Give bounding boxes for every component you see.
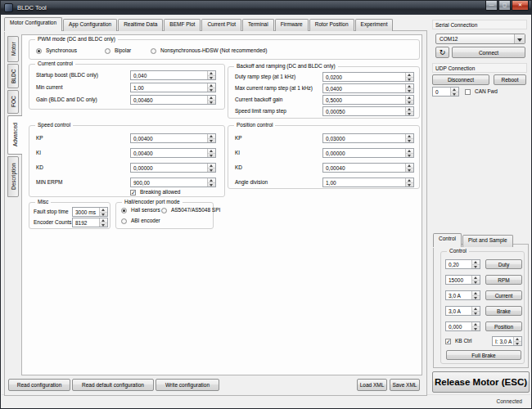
spinner-arrows[interactable] [471,276,480,284]
radio-icon[interactable] [105,48,110,54]
side-tab-advanced[interactable]: Advanced [7,115,22,155]
tab-firmware[interactable]: Firmware [275,19,309,31]
minimize-button[interactable]: — [485,1,498,11]
tab-rotor-position[interactable]: Rotor Position [309,19,354,31]
tab-experiment[interactable]: Experiment [355,19,394,31]
side-tab-foc[interactable]: FOC [7,90,19,114]
radio-hall-sensors[interactable]: Hall sensors [121,207,160,213]
side-tab-description[interactable]: Description [7,156,19,197]
current-backoff-gain-spinbox[interactable]: 0,5000 [322,95,414,105]
radio-icon[interactable] [161,208,167,213]
max-current-ramp-step-spinbox[interactable]: 0,0400 [322,83,414,93]
startup-boost-spinbox[interactable]: 0,040 [130,70,216,80]
spinner-arrows[interactable] [99,208,107,216]
checkbox-icon[interactable] [130,190,136,196]
spinner-arrows[interactable] [405,107,413,115]
position-spinbox[interactable]: 0,000 [445,321,480,331]
can-fwd-checkbox[interactable]: CAN Fwd [465,88,498,95]
position-kp-spinbox[interactable]: 0,03000 [322,133,414,143]
connect-button[interactable]: Connect [452,47,525,58]
speed-kp-spinbox[interactable]: 0,00400 [130,133,216,143]
tab-terminal[interactable]: Terminal [242,19,274,31]
kb-current-spinbox[interactable]: I: 3,0 A [492,336,522,346]
radio-icon[interactable] [151,48,156,54]
save-xml-button[interactable]: Save XML [390,379,420,391]
spinner-arrows[interactable] [405,96,413,104]
speed-ki-spinbox[interactable]: 0,00400 [130,148,216,158]
radio-icon[interactable] [36,48,42,54]
spinner-arrows[interactable] [471,307,480,315]
spinner-arrows[interactable] [405,178,413,187]
spinner-arrows[interactable] [207,134,215,142]
tab-plot-and-sample[interactable]: Plot and Sample [462,235,513,247]
read-configuration-button[interactable]: Read configuration [8,379,70,391]
fault-stop-time-spinbox[interactable]: 3000 ms [72,207,108,217]
reboot-button[interactable]: Reboot [494,74,526,85]
duty-button[interactable]: Duty [485,259,522,269]
radio-as5047-spi[interactable]: AS5047/AS5048 SPI [161,207,220,213]
spinner-arrows[interactable] [99,218,107,227]
rpm-button[interactable]: RPM [485,275,522,285]
radio-icon[interactable] [121,218,127,224]
tab-app-configuration[interactable]: App Configuration [63,19,117,31]
tab-bemf-plot[interactable]: BEMF Plot [164,19,201,31]
brake-spinbox[interactable]: 3,0 A [445,306,480,316]
spinner-arrows[interactable] [513,337,521,345]
spinner-arrows[interactable] [471,260,480,268]
spinner-arrows[interactable] [207,96,215,104]
refresh-ports-icon[interactable]: ↻ [435,47,449,58]
radio-abi-encoder[interactable]: ABI encoder [121,218,160,224]
tab-motor-configuration[interactable]: Motor Configuration [4,17,62,31]
spinner-arrows[interactable] [471,291,480,299]
position-kd-spinbox[interactable]: 0,00040 [322,163,414,173]
side-tab-motor[interactable]: Motor [7,36,19,62]
spinner-arrows[interactable] [207,83,215,92]
spinner-arrows[interactable] [207,71,215,79]
maximize-button[interactable]: ◻ [498,1,511,11]
checkbox-icon[interactable] [465,89,471,95]
duty-ramp-step-spinbox[interactable]: 0,0200 [322,72,414,82]
full-brake-button[interactable]: Full Brake [446,350,521,360]
checkbox-icon[interactable] [445,339,451,344]
spinner-arrows[interactable] [471,322,480,330]
position-button[interactable]: Position [485,321,522,331]
radio-synchronous[interactable]: Synchronous [36,47,77,54]
spinner-arrows[interactable] [405,73,413,81]
close-button[interactable]: ✕ [512,1,529,11]
speed-kd-spinbox[interactable]: 0,00000 [130,163,216,173]
write-configuration-button[interactable]: Write configuration [156,379,219,391]
current-button[interactable]: Current [485,290,522,300]
spinner-arrows[interactable] [405,134,413,142]
release-motor-button[interactable]: Release Motor (ESC) [432,371,530,393]
brake-button[interactable]: Brake [485,306,522,316]
radio-icon[interactable] [121,208,127,213]
encoder-counts-spinbox[interactable]: 8192 [72,218,108,227]
tab-realtime-data[interactable]: Realtime Data [118,19,163,31]
spinner-arrows[interactable] [207,178,215,187]
can-id-spinbox[interactable]: 0 [432,87,459,97]
speed-limit-ramp-step-spinbox[interactable]: 0,00050 [322,106,414,116]
chevron-down-icon[interactable] [514,34,525,43]
current-spinbox[interactable]: 3,0 A [445,290,480,300]
min-erpm-spinbox[interactable]: 900,00 [130,178,216,187]
tab-control[interactable]: Control [433,233,462,247]
position-ki-spinbox[interactable]: 0,00000 [322,148,414,158]
spinner-arrows[interactable] [405,149,413,157]
spinner-arrows[interactable] [405,164,413,172]
spinner-arrows[interactable] [207,149,215,157]
spinner-arrows[interactable] [405,84,413,92]
read-default-configuration-button[interactable]: Read default configuration [72,379,154,391]
radio-nonsynchronous[interactable]: Nonsynchronous-HDSW (Not recommended) [151,47,267,54]
spinner-arrows[interactable] [207,164,215,172]
rpm-spinbox[interactable]: 15000 [445,275,480,285]
kb-ctrl-checkbox[interactable]: KB Ctrl [445,338,472,344]
angle-division-spinbox[interactable]: 1,00 [322,178,414,187]
duty-spinbox[interactable]: 0,20 [445,259,480,269]
load-xml-button[interactable]: Load XML [357,379,387,391]
disconnect-button[interactable]: Disconnect [432,74,489,85]
side-tab-bldc[interactable]: BLDC [7,64,19,88]
gain-spinbox[interactable]: 0,00460 [130,95,216,105]
breaking-allowed-checkbox[interactable]: Breaking allowed [130,189,180,196]
tab-current-plot[interactable]: Current Plot [201,19,241,31]
serial-port-combobox[interactable]: COM12 [435,34,525,44]
